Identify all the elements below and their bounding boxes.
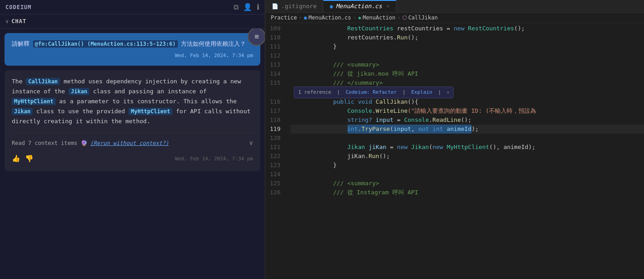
thumbs-down-icon[interactable]: 👎 (25, 153, 34, 165)
user-message: ≡ 請解釋 @fn:CallJikan() (MenuAction.cs:113… (5, 33, 260, 66)
chat-messages: ≡ 請解釋 @fn:CallJikan() (MenuAction.cs:113… (0, 29, 265, 279)
breadcrumb-class-label: MenuAction (363, 14, 395, 21)
ai-message-timestamp: Wed, Feb 14, 2024, 7:34 pm (175, 155, 253, 164)
ref-count-label: 1 reference (298, 88, 331, 97)
ln-124: 124 (270, 170, 284, 179)
code-content: RestCountries restCountries = new RestCo… (288, 23, 644, 279)
ai-text-1: The (12, 78, 26, 85)
chevron-icon[interactable]: ∨ (5, 18, 9, 24)
chat-section-header: ∨ CHAT (0, 14, 265, 29)
context-bar: Read 7 context items 🔮 (Rerun without co… (12, 133, 253, 149)
ln-112: 112 (270, 51, 284, 60)
app-title: CODEIUM (5, 4, 32, 10)
line-numbers: 109 110 111 112 113 114 115 116 117 118 … (265, 23, 288, 279)
text-before: 請解釋 (12, 40, 33, 47)
header-icons: ⧉ 👤 ℹ (234, 3, 259, 11)
ai-message: The CallJikan method uses dependency inj… (5, 70, 260, 171)
ln-116: 116 (270, 97, 284, 106)
ai-code-5: MyHttpClient (128, 108, 172, 115)
user-message-text: 請解釋 @fn:CallJikan() (MenuAction.cs:113:5… (12, 39, 253, 48)
breadcrumb-method-label: CallJikan (408, 14, 438, 21)
thumbs-up-icon[interactable]: 👍 (12, 153, 20, 165)
ln-117: 117 (270, 106, 284, 115)
hamburger-icon: ≡ (254, 33, 259, 40)
feedback-icons: 👍 👎 (12, 153, 34, 165)
ai-message-text: The CallJikan method uses dependency inj… (12, 77, 253, 126)
ai-code-1: CallJikan (26, 78, 60, 85)
info-icon[interactable]: ℹ (257, 3, 259, 11)
codeium-widget: 1 reference | Codeium: Refactor | Explai… (294, 87, 453, 98)
widget-close-button[interactable]: ✕ (447, 88, 449, 97)
code-line-118: string? input = Console.ReadLine(); (290, 115, 644, 125)
breadcrumb-method-icon: ⬡ (402, 14, 407, 21)
code-line-110: restCountries.Run(); (290, 33, 644, 42)
ai-code-2: Jikan (68, 88, 89, 95)
tab-gitignore-label: .gitignore (281, 3, 317, 10)
ln-118: 118 (270, 115, 284, 125)
chat-panel: CODEIUM ⧉ 👤 ℹ ∨ CHAT ≡ 請解釋 @fn:CallJikan… (0, 0, 265, 279)
ai-footer: 👍 👎 Wed, Feb 14, 2024, 7:34 pm (12, 153, 253, 165)
copy-icon[interactable]: ⧉ (234, 3, 239, 11)
user-message-timestamp: Wed, Feb 14, 2024, 7:34 pm (12, 52, 253, 60)
code-line-109: RestCountries restCountries = new RestCo… (290, 24, 644, 33)
ln-123: 123 (270, 161, 284, 170)
ai-text-4: as a parameter to its constructor. This … (56, 98, 237, 105)
inline-widget-line: 1 reference | Codeium: Refactor | Explai… (290, 87, 644, 97)
tab-menuaction[interactable]: ◉ MenuAction.cs ✕ (323, 0, 396, 12)
ai-code-4: Jikan (12, 108, 33, 115)
breadcrumb-class-icon: ◈ (358, 14, 361, 21)
refactor-link[interactable]: Codeium: Refactor (346, 88, 397, 97)
ai-text-5: class to use the provided (33, 108, 128, 115)
code-line-117: Console.WriteLine("請輸入要查詢的動畫 ID: (不輸入時，預… (290, 106, 644, 115)
breadcrumb-menuaction-class: ◈ MenuAction (358, 14, 395, 21)
code-line-111: } (290, 42, 644, 51)
code-line-112 (290, 51, 644, 60)
ln-121: 121 (270, 143, 284, 152)
tabs-bar: 📄 .gitignore ◉ MenuAction.cs ✕ (265, 0, 644, 13)
ln-111: 111 (270, 42, 284, 51)
ln-113: 113 (270, 60, 284, 69)
ln-widget (270, 87, 284, 97)
rerun-link[interactable]: (Rerun without context?) (90, 139, 169, 148)
ln-115: 115 (270, 78, 284, 87)
ln-120: 120 (270, 134, 284, 143)
text-after: 方法如何使用依賴注入？ (178, 40, 246, 47)
code-line-124 (290, 170, 644, 179)
ln-114: 114 (270, 69, 284, 78)
ln-119: 119 (270, 125, 284, 134)
breadcrumb-file-icon: ◉ (304, 14, 307, 21)
context-label: Read 7 context items 🔮 (12, 139, 88, 148)
breadcrumb-calljikan: ⬡ CallJikan (402, 14, 438, 21)
code-line-121: Jikan jiKan = new Jikan(new MyHttpClient… (290, 143, 644, 152)
menuaction-file-icon: ◉ (330, 3, 333, 10)
code-line-122: jiKan.Run(); (290, 152, 644, 161)
panel-header: CODEIUM ⧉ 👤 ℹ (0, 0, 265, 14)
explain-link[interactable]: Explain (411, 88, 432, 97)
menu-button[interactable]: ≡ (248, 29, 265, 46)
breadcrumb-practice: Practice (271, 14, 297, 21)
expand-icon[interactable]: ∨ (249, 138, 253, 149)
ln-110: 110 (270, 33, 284, 42)
code-line-116: public void CallJikan(){ (290, 97, 644, 106)
code-line-119: 💡 int.TryParse(input, out int animeId); (290, 125, 644, 134)
code-line-126: /// 從 Instagram 呼叫 API (290, 188, 644, 197)
code-area: 109 110 111 112 113 114 115 116 117 118 … (265, 23, 644, 279)
code-reference: @fn:CallJikan() (MenuAction.cs:113:5-123… (33, 40, 178, 48)
breadcrumb-menuaction-cs: ◉ MenuAction.cs (304, 14, 351, 21)
ai-code-3: MyHttpClient (12, 98, 56, 105)
tab-gitignore[interactable]: 📄 .gitignore (265, 0, 323, 12)
code-line-123: } (290, 161, 644, 170)
tab-close-icon[interactable]: ✕ (386, 3, 390, 9)
ai-text-3: class and passing an instance of (89, 88, 206, 95)
code-line-120 (290, 134, 644, 143)
profile-icon[interactable]: 👤 (243, 3, 252, 11)
context-left: Read 7 context items 🔮 (Rerun without co… (12, 139, 169, 148)
ln-126: 126 (270, 188, 284, 197)
breadcrumb-file-label: MenuAction.cs (308, 14, 351, 21)
code-line-114: /// 從 jikan.moe 呼叫 API (290, 69, 644, 78)
code-line-115: /// </summary> (290, 78, 644, 87)
ln-109: 109 (270, 24, 284, 33)
ln-125: 125 (270, 179, 284, 188)
gitignore-file-icon: 📄 (272, 3, 278, 10)
code-line-113: /// <summary> (290, 60, 644, 69)
